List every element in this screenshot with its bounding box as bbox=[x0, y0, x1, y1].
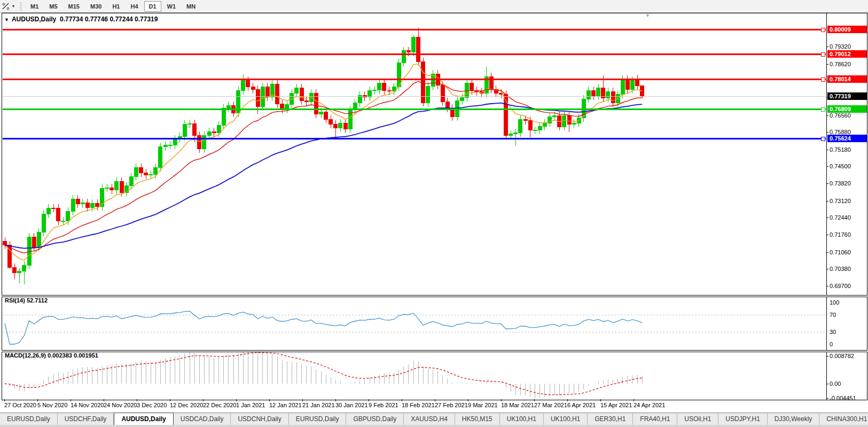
date-tick-label: 3 Dec 2020 bbox=[137, 402, 167, 408]
macd-axis-label: 0.00 bbox=[830, 381, 841, 387]
timeframe-button-mn[interactable]: MN bbox=[182, 1, 200, 12]
price-tick-label: 0.71760 bbox=[830, 231, 851, 238]
toolbar-grip-handle[interactable] bbox=[20, 2, 22, 11]
timeframe-button-m30[interactable]: M30 bbox=[85, 1, 106, 12]
symbol-tab-eurusd-daily[interactable]: EURUSD,Daily bbox=[0, 414, 58, 425]
chart-title: ▼AUDUSD,Daily 0.77734 0.77746 0.77244 0.… bbox=[4, 15, 158, 23]
date-tick-label: 9 Mar 2021 bbox=[468, 402, 498, 408]
date-tick-label: 24 Apr 2021 bbox=[634, 402, 665, 408]
symbol-tab-eurusd-daily[interactable]: EURUSD,Daily bbox=[289, 414, 347, 425]
date-tick-label: 1 Jan 2021 bbox=[236, 402, 265, 408]
chart-frame bbox=[2, 13, 867, 400]
timeframe-button-h1[interactable]: H1 bbox=[107, 1, 124, 12]
date-tick-label: 6 Apr 2021 bbox=[567, 402, 596, 408]
price-tick-label: 0.73820 bbox=[830, 180, 851, 187]
date-tick-label: 24 Nov 2020 bbox=[104, 402, 137, 408]
date-tick-label: 5 Nov 2020 bbox=[37, 402, 67, 408]
window-bottom-strip bbox=[0, 425, 868, 427]
price-line-badge-0.80009: 0.80009 bbox=[827, 26, 867, 33]
rsi-axis-label-70: 70 bbox=[830, 312, 836, 318]
price-tick-label: 0.78620 bbox=[830, 61, 851, 67]
date-tick-label: 27 Mar 2021 bbox=[534, 402, 567, 408]
symbol-tab-china300-h1[interactable]: CHINA300,H1 bbox=[819, 414, 868, 425]
date-tick-label: 27 Feb 2021 bbox=[435, 402, 468, 408]
date-tick-label: 22 Dec 2020 bbox=[203, 402, 236, 408]
price-tick-label: 0.72440 bbox=[830, 214, 851, 221]
price-tick-label: 0.73120 bbox=[830, 198, 851, 204]
date-tick-label: 9 Feb 2021 bbox=[369, 402, 398, 408]
chart-shift-marker-icon[interactable]: ▼ bbox=[645, 13, 650, 18]
symbol-tab-usoil-h1[interactable]: USOil,H1 bbox=[677, 414, 718, 425]
date-tick-label: 30 Jan 2021 bbox=[335, 402, 368, 408]
price-tick-label: 0.71060 bbox=[830, 249, 851, 255]
symbol-tab-audusd-daily[interactable]: AUDUSD,Daily bbox=[114, 413, 173, 425]
macd-axis-label: 0.008782 bbox=[830, 353, 854, 359]
symbol-tab-fra40-h1[interactable]: FRA40,H1 bbox=[633, 414, 677, 425]
symbol-tab-hk50-m15[interactable]: HK50,M15 bbox=[455, 414, 500, 425]
timeframe-button-w1[interactable]: W1 bbox=[162, 1, 181, 12]
price-line-badge-0.77319: 0.77319 bbox=[827, 92, 867, 100]
timeframe-button-group: M1M5M15M30H1H4D1W1MN bbox=[25, 0, 201, 12]
symbol-tab-usdjpy-h1[interactable]: USDJPY,H1 bbox=[718, 414, 767, 425]
price-tick-label: 0.75180 bbox=[830, 146, 851, 153]
date-tick-label: 12 Jan 2021 bbox=[269, 402, 302, 408]
rsi-panel-separator[interactable] bbox=[2, 295, 867, 297]
date-tick-label: 12 Dec 2020 bbox=[170, 402, 203, 408]
macd-indicator-label: MACD(12,26,9) 0.002383 0.001951 bbox=[5, 352, 98, 359]
title-caret-icon[interactable]: ▼ bbox=[4, 17, 9, 22]
symbol-tab-dj30-weekly[interactable]: DJ30,Weekly bbox=[768, 414, 819, 425]
rsi-axis-label-100: 100 bbox=[830, 299, 839, 306]
rsi-indicator-label: RSI(14) 52.7112 bbox=[5, 297, 48, 304]
price-axis-divider bbox=[826, 13, 827, 400]
main-toolbar: ▾ M1M5M15M30H1H4D1W1MN bbox=[0, 0, 868, 13]
date-tick-label: 18 Feb 2021 bbox=[402, 402, 435, 408]
symbol-tab-uk100-h1[interactable]: UK100,H1 bbox=[544, 414, 588, 425]
ohlc-values: 0.77734 0.77746 0.77244 0.77319 bbox=[60, 15, 158, 23]
tool-dropdown-caret-icon[interactable]: ▾ bbox=[12, 4, 14, 9]
price-tick-label: 0.76560 bbox=[830, 112, 851, 119]
symbol-tab-usdcad-daily[interactable]: USDCAD,Daily bbox=[174, 414, 231, 425]
date-tick-label: 27 Oct 2020 bbox=[4, 402, 36, 408]
timeframe-button-d1[interactable]: D1 bbox=[144, 1, 161, 12]
price-tick-label: 0.79320 bbox=[830, 43, 851, 50]
timeframe-button-h4[interactable]: H4 bbox=[126, 1, 143, 12]
date-tick-label: 18 Mar 2021 bbox=[501, 402, 534, 408]
timeframe-button-m1[interactable]: M1 bbox=[26, 1, 43, 12]
price-tick-label: 0.69700 bbox=[830, 283, 851, 289]
price-line-badge-0.79012: 0.79012 bbox=[827, 50, 867, 58]
price-tick-label: 0.74500 bbox=[830, 163, 851, 169]
symbol-tab-ger30-h1[interactable]: GER30,H1 bbox=[588, 414, 633, 425]
symbol-tab-bar: EURUSD,DailyUSDCHF,DailyAUDUSD,DailyUSDC… bbox=[0, 413, 868, 425]
timeframe-button-m15[interactable]: M15 bbox=[64, 1, 84, 12]
date-tick-label: 15 Apr 2021 bbox=[600, 402, 632, 408]
price-line-badge-0.75624: 0.75624 bbox=[827, 135, 867, 142]
price-tick-label: 0.70380 bbox=[830, 266, 851, 272]
symbol-label: AUDUSD,Daily bbox=[12, 15, 56, 23]
symbol-tab-xauusd-h4[interactable]: XAUUSD,H4 bbox=[404, 414, 455, 425]
symbol-tab-usdchf-daily[interactable]: USDCHF,Daily bbox=[58, 414, 114, 425]
rsi-axis-label-30: 30 bbox=[830, 329, 836, 335]
date-tick-label: 14 Nov 2020 bbox=[71, 402, 104, 408]
timeframe-button-m5[interactable]: M5 bbox=[44, 1, 62, 12]
price-line-badge-0.76809: 0.76809 bbox=[827, 105, 867, 113]
rsi-axis-label-0: 0 bbox=[830, 341, 833, 347]
mt4-window: ▾ M1M5M15M30H1H4D1W1MN ▼AUDUSD,Daily 0.7… bbox=[0, 0, 868, 427]
price-line-badge-0.78014: 0.78014 bbox=[827, 75, 867, 83]
symbol-tab-usdcnh-daily[interactable]: USDCNH,Daily bbox=[231, 414, 288, 425]
symbol-tab-uk100-h1[interactable]: UK100,H1 bbox=[500, 414, 544, 425]
crosshair-tool-icon[interactable] bbox=[2, 2, 11, 11]
macd-axis-label: -0.004451 bbox=[830, 395, 856, 401]
date-tick-label: 21 Jan 2021 bbox=[302, 402, 335, 408]
symbol-tab-gbpusd-daily[interactable]: GBPUSD,Daily bbox=[346, 414, 404, 425]
macd-panel-separator[interactable] bbox=[2, 350, 867, 352]
